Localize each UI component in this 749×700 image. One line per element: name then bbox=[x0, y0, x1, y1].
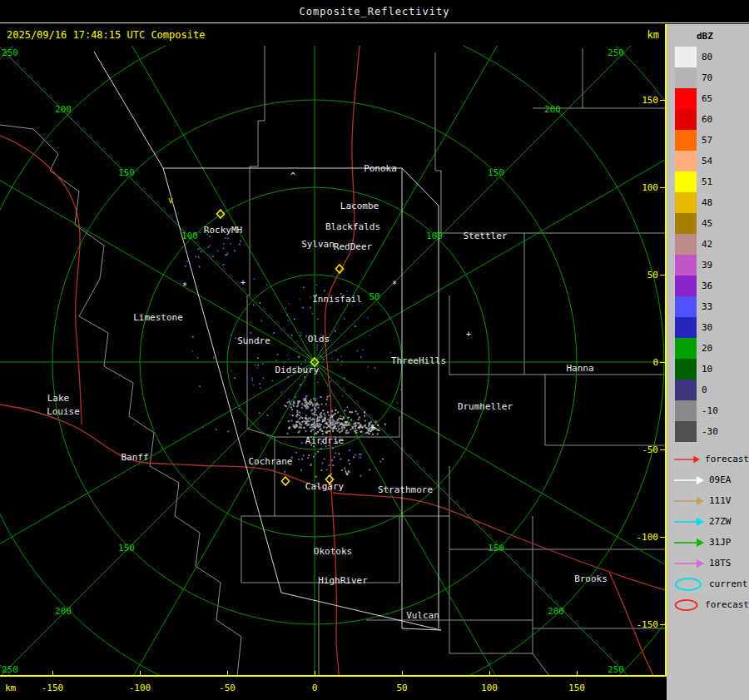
colorbar-value: 60 bbox=[702, 114, 712, 125]
bottom-axis-tick-label: -100 bbox=[129, 683, 151, 693]
map-symbol: ^ bbox=[290, 171, 295, 181]
range-label: 150 bbox=[488, 543, 504, 554]
radar-map-svg: 2502001501002502001501005015020025015020… bbox=[0, 46, 666, 676]
right-axis-tick bbox=[660, 275, 666, 276]
colorbar-swatch bbox=[675, 192, 697, 213]
legend-label: current bbox=[709, 578, 747, 589]
colorbar-swatch bbox=[675, 296, 697, 317]
radar-site-icon bbox=[282, 477, 290, 485]
colorbar-entry: 57 bbox=[675, 130, 749, 151]
city-label: Drumheller bbox=[458, 401, 513, 412]
colorbar-swatch bbox=[675, 213, 697, 234]
colorbar-swatch bbox=[675, 317, 697, 338]
colorbar-entry: 36 bbox=[675, 276, 749, 296]
right-axis-unit-label: km bbox=[647, 29, 659, 41]
colorbar-swatch bbox=[675, 255, 697, 276]
colorbar-entry: 45 bbox=[675, 213, 749, 234]
colorbar-swatch bbox=[675, 380, 697, 400]
city-label: Stettler bbox=[464, 231, 508, 241]
legend-label: 18TS bbox=[709, 558, 732, 568]
bottom-axis-tick bbox=[315, 671, 315, 676]
right-axis-tick bbox=[660, 449, 666, 450]
colorbar-entry: -10 bbox=[675, 400, 749, 421]
colorbar-entry: 54 bbox=[675, 151, 749, 171]
city-label: ThreeHills bbox=[391, 355, 446, 366]
legend-item: forecast bbox=[673, 594, 749, 615]
colorbar-value: 39 bbox=[702, 260, 712, 271]
legend-label: forecast bbox=[705, 454, 749, 464]
bottom-axis-tick bbox=[52, 671, 53, 676]
range-label: 200 bbox=[55, 606, 72, 617]
legend-label: 09EA bbox=[709, 474, 732, 485]
colorbar-value: 65 bbox=[702, 93, 712, 104]
range-label: 250 bbox=[2, 47, 18, 58]
city-label: Didsbury bbox=[275, 365, 320, 375]
right-axis-tick-label: 150 bbox=[642, 95, 658, 106]
city-label: Airdrie bbox=[305, 435, 344, 446]
legend-item: 111V bbox=[673, 490, 749, 511]
bottom-axis-tick bbox=[140, 671, 141, 676]
bottom-axis-tick-label: 100 bbox=[481, 683, 498, 693]
storm-track-legend: forecast09EA111V27ZW31JP18TScurrentforec… bbox=[667, 449, 749, 615]
colorbar-value: -10 bbox=[702, 405, 718, 416]
city-label: Sylvan bbox=[301, 239, 335, 250]
radar-map-canvas[interactable]: 2502001501002502001501005015020025015020… bbox=[0, 46, 666, 676]
colorbar-entry: -30 bbox=[675, 421, 749, 442]
map-symbol: + bbox=[241, 278, 246, 287]
bottom-axis-bar: km -150-100-50050100150 bbox=[0, 677, 666, 700]
legend-ellipse-icon bbox=[673, 598, 701, 613]
city-label: RedDeer bbox=[334, 241, 373, 252]
right-axis-tick bbox=[660, 537, 666, 538]
colorbar-swatch bbox=[675, 359, 697, 380]
city-label: Blackfalds bbox=[325, 221, 380, 232]
legend-arrow-icon bbox=[673, 452, 701, 467]
colorbar-swatch bbox=[675, 400, 697, 421]
city-label: Banff bbox=[121, 452, 148, 463]
range-label: 200 bbox=[548, 606, 564, 617]
bottom-axis-tick-label: -50 bbox=[219, 683, 236, 693]
bottom-axis-tick-label: 150 bbox=[568, 683, 585, 693]
right-axis-tick bbox=[660, 624, 666, 625]
sidebar: dBZ 807065605754514845423936333020100-10… bbox=[667, 24, 749, 700]
city-label: Okotoks bbox=[314, 546, 352, 557]
colorbar-entry: 51 bbox=[675, 171, 749, 192]
legend-ellipse-icon bbox=[673, 577, 705, 592]
legend-label: 31JP bbox=[709, 537, 732, 548]
colorbar-swatch bbox=[675, 88, 697, 109]
right-axis-tick bbox=[660, 362, 666, 363]
info-bar: 2025/09/16 17:48:15 UTC Composite km bbox=[0, 24, 666, 46]
city-label: Brooks bbox=[574, 573, 608, 584]
colorbar-swatch bbox=[675, 47, 697, 67]
bottom-axis-tick bbox=[402, 671, 403, 676]
city-label: Innisfail bbox=[312, 294, 362, 305]
colorbar-entry: 20 bbox=[675, 338, 749, 359]
timestamp-label: 2025/09/16 17:48:15 UTC Composite bbox=[7, 29, 205, 41]
range-label: 50 bbox=[369, 291, 379, 302]
colorbar-value: 33 bbox=[702, 301, 712, 312]
colorbar-value: 57 bbox=[702, 135, 712, 146]
range-label: 150 bbox=[488, 167, 504, 178]
dbz-colorbar: 807065605754514845423936333020100-10-30 bbox=[667, 47, 749, 442]
title-bar: Composite_Reflectivity bbox=[0, 0, 749, 23]
page-title: Composite_Reflectivity bbox=[300, 6, 450, 17]
colorbar-value: 80 bbox=[702, 52, 712, 62]
range-label: 150 bbox=[118, 543, 135, 554]
right-axis-tick-label: -100 bbox=[637, 532, 659, 543]
city-label: Ponoka bbox=[364, 163, 397, 174]
legend-label: 27ZW bbox=[709, 516, 732, 527]
city-label: Hanna bbox=[566, 363, 593, 374]
range-label: 100 bbox=[181, 231, 198, 241]
map-symbol-layer: v^**+v++ bbox=[168, 171, 471, 477]
colorbar-entry: 10 bbox=[675, 359, 749, 380]
colorbar-value: 0 bbox=[702, 385, 707, 395]
right-axis-tick bbox=[660, 187, 666, 188]
city-label: Lake bbox=[47, 393, 70, 404]
colorbar-value: 30 bbox=[702, 322, 712, 333]
legend-label: forecast bbox=[705, 599, 749, 610]
city-label: Limestone bbox=[133, 312, 183, 323]
right-axis-tick-label: 50 bbox=[647, 270, 658, 280]
colorbar-entry: 80 bbox=[675, 47, 749, 67]
radar-echo-layer bbox=[185, 232, 402, 478]
map-symbol: v bbox=[168, 196, 173, 205]
colorbar-value: 10 bbox=[702, 364, 712, 375]
